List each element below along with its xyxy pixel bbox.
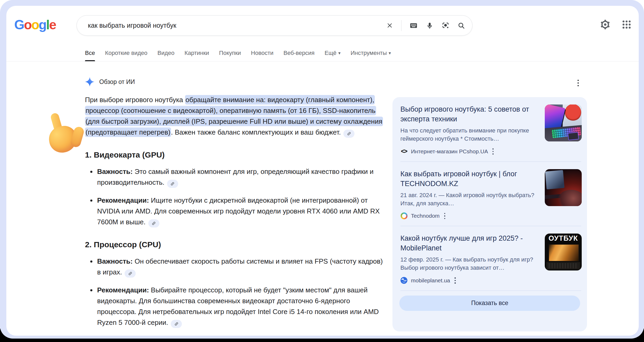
source-card-snippet: 21 авг. 2024 г. — Какой игровой ноутбук …	[400, 191, 539, 207]
link-icon	[173, 321, 179, 327]
tab-label: Картинки	[184, 50, 209, 56]
tab-label: Веб-версия	[283, 50, 315, 56]
source-link-chip[interactable]	[343, 130, 354, 138]
ai-overview: Обзор от ИИ При выборе игрового ноутбука…	[85, 77, 384, 335]
link-icon	[150, 220, 157, 226]
tab-label: Ещё	[325, 50, 337, 56]
show-all-button[interactable]: Показать все	[399, 296, 580, 311]
hand-finger	[50, 112, 64, 136]
ai-bullet: Рекомендации: Ищите ноутбуки с дискретно…	[85, 195, 384, 227]
google-logo[interactable]: Google	[14, 16, 56, 33]
thumbnail-art	[548, 244, 579, 262]
tab-tools[interactable]: Инструменты▾	[351, 45, 391, 61]
source-card-snippet: 12 февр. 2025 г. — Как выбрать ноутбук д…	[400, 255, 539, 272]
source-link-chip[interactable]	[167, 180, 178, 188]
source-card-title[interactable]: Как выбрать игровой ноутбук | блог TECHN…	[400, 169, 539, 189]
bullet-lead: Важность:	[97, 257, 133, 265]
tab-images[interactable]: Картинки	[184, 45, 209, 61]
source-card: Как выбрать игровой ноутбук | блог TECHN…	[392, 162, 587, 226]
apps-menu-button[interactable]	[621, 19, 632, 30]
tab-news[interactable]: Новости	[251, 45, 273, 61]
search-divider	[401, 20, 401, 31]
logo-letter: l	[46, 17, 49, 32]
ai-bullet: Важность: Это самый важный компонент для…	[85, 166, 384, 188]
ai-sparkle-icon	[85, 77, 94, 87]
thumbnail-art	[545, 170, 565, 189]
chevron-down-icon: ▾	[389, 50, 391, 56]
hand-palm	[48, 124, 78, 154]
logo-letter: o	[31, 17, 39, 32]
tab-videos[interactable]: Видео	[158, 45, 174, 61]
ai-bullet: Рекомендации: Выбирайте процессор, котор…	[85, 285, 384, 328]
sources-panel: Выбор игрового ноутбука: 5 советов от эк…	[392, 97, 587, 331]
tab-label: Инструменты	[351, 50, 387, 56]
lens-search-button[interactable]	[442, 22, 449, 30]
source-card-menu-button[interactable]	[443, 212, 447, 220]
source-card-thumbnail[interactable]	[545, 104, 582, 141]
source-card: Выбор игрового ноутбука: 5 советов от эк…	[392, 97, 587, 162]
intro-text: . Важен также баланс комплектующих и ваш…	[171, 128, 341, 136]
section-heading: 1. Видеокарта (GPU)	[85, 150, 384, 160]
card-divider	[400, 291, 581, 291]
tab-label: Новости	[251, 50, 273, 56]
bullet-lead: Рекомендации:	[97, 286, 149, 294]
gear-icon	[600, 19, 611, 30]
source-card: Какой ноутбук лучше для игр 2025? - Mobi…	[392, 226, 587, 291]
thumbnail-art	[565, 104, 581, 121]
apps-grid-icon	[621, 19, 632, 30]
technodom-favicon-icon	[401, 212, 408, 219]
link-icon	[169, 180, 176, 187]
source-card-menu-button[interactable]	[453, 276, 457, 285]
browser-page: Google	[6, 6, 639, 336]
source-card-title[interactable]: Выбор игрового ноутбука: 5 советов от эк…	[400, 104, 539, 124]
mic-icon	[426, 22, 434, 30]
logo-letter: e	[49, 17, 56, 32]
search-icon	[457, 22, 465, 30]
hand-knuckles	[70, 126, 85, 148]
logo-letter: o	[24, 17, 31, 32]
tab-all[interactable]: Все	[85, 45, 95, 61]
search-submit-button[interactable]	[457, 22, 465, 30]
thumbnail-art	[568, 132, 579, 140]
globe-favicon-icon	[400, 277, 408, 284]
link-icon	[346, 130, 352, 137]
source-link-chip[interactable]	[171, 320, 182, 328]
tab-shopping[interactable]: Покупки	[219, 45, 241, 61]
keyboard-button[interactable]	[409, 21, 418, 30]
pointing-hand-emoji	[45, 114, 84, 154]
source-link-chip[interactable]	[148, 219, 159, 227]
tab-short-videos[interactable]: Короткие видео	[105, 45, 148, 61]
tab-label: Видео	[158, 50, 174, 56]
tab-label: Все	[85, 50, 95, 56]
source-name: mobileplanet.ua	[411, 277, 450, 284]
source-link-chip[interactable]	[125, 269, 136, 278]
ai-intro: При выборе игрового ноутбука обращайте в…	[85, 94, 384, 138]
section-bullets: Важность: Он обеспечивает скорость работ…	[85, 256, 384, 328]
source-card-menu-button[interactable]	[491, 147, 495, 156]
bullet-lead: Рекомендации:	[97, 196, 149, 204]
results-tabs: Все Короткие видео Видео Картинки Покупк…	[6, 45, 639, 61]
ai-overview-menu-button[interactable]	[576, 79, 580, 87]
source-card-thumbnail[interactable]: ОУТБУК	[545, 234, 582, 270]
keyboard-icon	[409, 21, 418, 30]
logo-letter: G	[14, 17, 24, 32]
search-box	[77, 15, 472, 36]
ai-overview-title: Обзор от ИИ	[99, 78, 135, 86]
bullet-text: Он обеспечивает скорость работы системы …	[97, 257, 383, 276]
voice-search-button[interactable]	[426, 22, 434, 30]
search-input[interactable]	[87, 21, 386, 30]
bullet-lead: Важность:	[97, 168, 133, 175]
link-icon	[127, 270, 133, 277]
camera-lens-icon	[442, 22, 449, 30]
bullet-text: Это самый важный компонент для игр, опре…	[97, 168, 373, 186]
tab-more[interactable]: Ещё▾	[325, 45, 341, 61]
close-icon	[386, 22, 393, 29]
tab-web[interactable]: Веб-версия	[283, 45, 315, 61]
source-card-title[interactable]: Какой ноутбук лучше для игр 2025? - Mobi…	[400, 234, 539, 253]
source-card-thumbnail[interactable]	[545, 169, 582, 206]
settings-button[interactable]	[600, 19, 611, 30]
section-bullets: Важность: Это самый важный компонент для…	[85, 166, 384, 227]
thumbnail-art	[557, 190, 582, 206]
clear-search-button[interactable]	[386, 22, 393, 29]
tab-label: Покупки	[219, 50, 241, 56]
